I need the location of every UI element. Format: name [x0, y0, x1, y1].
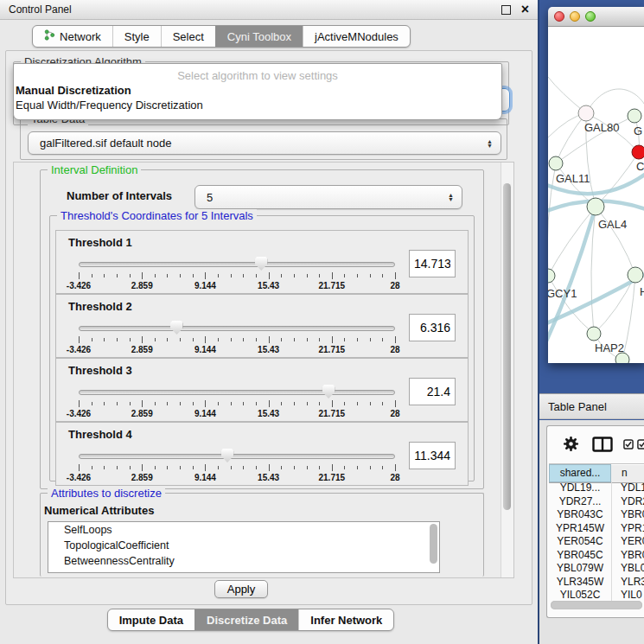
tab-discretize-data[interactable]: Discretize Data: [194, 609, 298, 630]
list-scrollbar-thumb[interactable]: [430, 524, 437, 564]
table-row[interactable]: YDR27...YDR2: [549, 495, 644, 509]
tick: [243, 402, 244, 405]
tab-style[interactable]: Style: [112, 26, 161, 47]
network-node-g[interactable]: [628, 109, 641, 123]
network-view-window: GAL80GCGAL11GAL4GCY1HHAP2: [548, 7, 644, 363]
gear-icon[interactable]: [563, 436, 579, 452]
threshold-1-block: Threshold 1-3.4262.8599.14415.4321.71528: [55, 230, 469, 294]
tick: [205, 272, 206, 279]
slider-track: [79, 390, 395, 395]
cell-name: YBR0: [612, 549, 644, 563]
tab-cyni-toolbox[interactable]: Cyni Toolbox: [215, 26, 303, 47]
slider-thumb[interactable]: [322, 385, 335, 399]
threshold-1-slider[interactable]: -3.4262.8599.14415.4321.71528: [79, 257, 395, 291]
tick: [155, 466, 156, 469]
table-data-combobox[interactable]: galFiltered.sif default node ▲▼: [28, 131, 501, 155]
desktop-area: GAL80GCGAL11GAL4GCY1HHAP2 Table Panel: [538, 0, 644, 644]
tab-network[interactable]: Network: [33, 26, 112, 47]
slider-thumb[interactable]: [221, 449, 234, 462]
table-panel-titlebar: Table Panel: [539, 393, 644, 419]
network-node-gcy1[interactable]: [548, 269, 555, 283]
network-node-gal4[interactable]: [587, 198, 604, 215]
column-header-name[interactable]: n: [611, 464, 644, 482]
checkbox-icon[interactable]: [623, 439, 634, 450]
network-node-h[interactable]: [628, 267, 643, 283]
tab-infer-network[interactable]: Infer Network: [298, 609, 393, 630]
attribute-item[interactable]: TopologicalCoefficient: [48, 538, 439, 553]
network-icon: [44, 29, 55, 43]
numerical-attributes-list[interactable]: SelfLoopsTopologicalCoefficientBetweenne…: [48, 521, 440, 573]
tick: [218, 466, 219, 469]
node-label-h: H: [640, 285, 644, 298]
column-header-shared-name[interactable]: shared...: [549, 464, 611, 482]
table-horizontal-scrollbar[interactable]: [551, 601, 642, 609]
close-icon[interactable]: ×: [521, 4, 529, 15]
network-node-gal11[interactable]: [549, 156, 563, 170]
cell-name: YLR3: [612, 576, 644, 590]
table-row[interactable]: YBL079WYBL0: [549, 562, 644, 576]
table-row[interactable]: YPR145WYPR1: [549, 522, 644, 536]
settings-scroll-viewport: Interval Definition Number of Intervals …: [13, 162, 514, 578]
tick: [370, 402, 371, 405]
panel-scrollbar-thumb[interactable]: [503, 183, 511, 510]
zoom-window-button[interactable]: [585, 11, 596, 22]
threshold-3-value-field[interactable]: [409, 378, 456, 405]
threshold-2-slider[interactable]: -3.4262.8599.14415.4321.71528: [79, 321, 395, 355]
node-label-hap2: HAP2: [595, 341, 624, 354]
tick: [256, 338, 257, 341]
slider-thumb[interactable]: [255, 257, 268, 271]
tick: [370, 466, 371, 469]
tab-impute-data[interactable]: Impute Data: [108, 609, 194, 630]
tick: [294, 338, 295, 341]
threshold-label: Threshold 1: [68, 236, 132, 249]
cell-shared-name: YDR27...: [549, 495, 612, 509]
threshold-4-value-field[interactable]: [409, 442, 456, 469]
network-node-hap2[interactable]: [587, 327, 601, 341]
table-row[interactable]: YDL19...YDL1: [549, 481, 644, 495]
tab-jactivemnodules[interactable]: jActiveMNodules: [303, 26, 410, 47]
attribute-item[interactable]: BetweennessCentrality: [48, 553, 439, 569]
apply-button[interactable]: Apply: [214, 580, 268, 598]
table-row[interactable]: YBR043CYBR0: [549, 508, 644, 522]
tick: [142, 272, 143, 279]
tick: [307, 338, 308, 341]
threshold-1-value-field[interactable]: [409, 250, 456, 277]
checkbox-icon[interactable]: [637, 439, 644, 450]
network-node-gal80[interactable]: [578, 105, 594, 121]
tick: [130, 274, 131, 277]
number-of-intervals-combobox[interactable]: 5 ▲▼: [194, 185, 462, 209]
tick: [130, 466, 131, 469]
table-row[interactable]: YBR045CYBR0: [549, 549, 644, 563]
slider-thumb[interactable]: [170, 321, 183, 335]
network-edge: [596, 152, 639, 207]
table-row[interactable]: YER054CYER0: [549, 535, 644, 549]
threshold-3-slider[interactable]: -3.4262.8599.14415.4321.71528: [79, 385, 395, 419]
panel-scrollbar[interactable]: [501, 163, 513, 577]
threshold-3-block: Threshold 3-3.4262.8599.14415.4321.71528: [55, 358, 469, 422]
split-columns-icon[interactable]: [592, 437, 613, 452]
tick: [92, 274, 92, 277]
network-window-titlebar: [548, 7, 644, 27]
threshold-4-slider[interactable]: -3.4262.8599.14415.4321.71528: [79, 449, 395, 483]
popup-option-equal-width-frequency[interactable]: Equal Width/Frequency Discretization: [14, 97, 501, 112]
close-window-button[interactable]: [554, 11, 564, 22]
minimize-window-button[interactable]: [570, 11, 580, 22]
network-canvas[interactable]: GAL80GCGAL11GAL4GCY1HHAP2: [548, 27, 644, 363]
network-edge: [548, 163, 556, 276]
float-window-icon[interactable]: [501, 5, 511, 15]
tick-label: 15.43: [258, 345, 279, 354]
attribute-item[interactable]: SelfLoops: [48, 522, 439, 538]
tick: [243, 466, 244, 469]
table-row[interactable]: YLR345WYLR3: [549, 576, 644, 590]
tick: [357, 466, 358, 469]
tick-label: 15.43: [258, 281, 279, 290]
network-node-c[interactable]: [632, 145, 644, 159]
tab-select[interactable]: Select: [161, 26, 215, 47]
popup-option-manual-discretization[interactable]: Manual Discretization: [14, 82, 501, 97]
threshold-2-value-field[interactable]: [409, 314, 456, 341]
slider-ticks: [79, 272, 395, 279]
tick: [357, 274, 358, 277]
tick: [180, 274, 181, 277]
cell-shared-name: YBR043C: [549, 508, 612, 522]
node-label-gal4: GAL4: [598, 218, 627, 231]
